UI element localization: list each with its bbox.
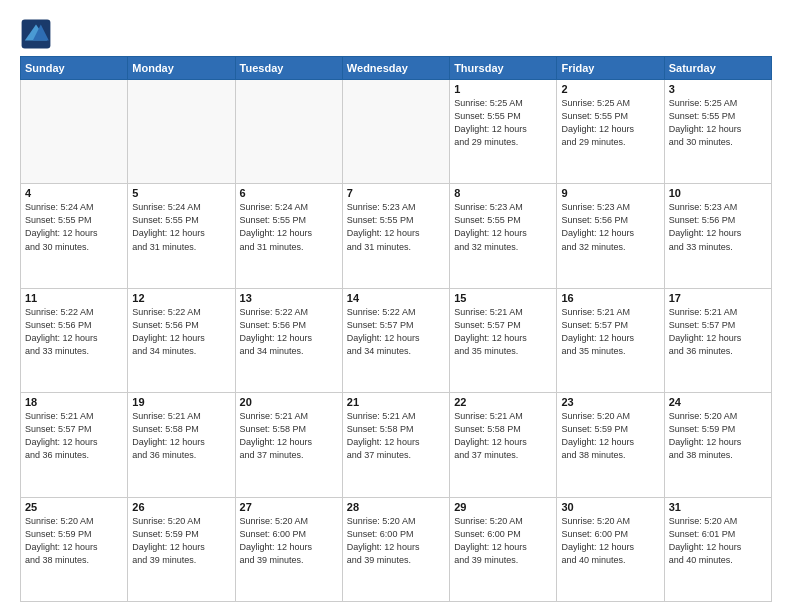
- day-number: 19: [132, 396, 230, 408]
- week-row-2: 4Sunrise: 5:24 AM Sunset: 5:55 PM Daylig…: [21, 184, 772, 288]
- calendar-cell: 7Sunrise: 5:23 AM Sunset: 5:55 PM Daylig…: [342, 184, 449, 288]
- calendar-cell: 18Sunrise: 5:21 AM Sunset: 5:57 PM Dayli…: [21, 393, 128, 497]
- calendar-cell: 5Sunrise: 5:24 AM Sunset: 5:55 PM Daylig…: [128, 184, 235, 288]
- day-info: Sunrise: 5:21 AM Sunset: 5:57 PM Dayligh…: [669, 306, 767, 358]
- logo-icon: [20, 18, 52, 50]
- day-info: Sunrise: 5:25 AM Sunset: 5:55 PM Dayligh…: [669, 97, 767, 149]
- day-number: 5: [132, 187, 230, 199]
- day-number: 25: [25, 501, 123, 513]
- calendar-cell: 19Sunrise: 5:21 AM Sunset: 5:58 PM Dayli…: [128, 393, 235, 497]
- day-number: 27: [240, 501, 338, 513]
- day-info: Sunrise: 5:23 AM Sunset: 5:55 PM Dayligh…: [454, 201, 552, 253]
- day-info: Sunrise: 5:20 AM Sunset: 6:00 PM Dayligh…: [454, 515, 552, 567]
- week-row-3: 11Sunrise: 5:22 AM Sunset: 5:56 PM Dayli…: [21, 288, 772, 392]
- day-number: 29: [454, 501, 552, 513]
- day-number: 17: [669, 292, 767, 304]
- day-info: Sunrise: 5:22 AM Sunset: 5:56 PM Dayligh…: [25, 306, 123, 358]
- calendar-cell: 16Sunrise: 5:21 AM Sunset: 5:57 PM Dayli…: [557, 288, 664, 392]
- day-number: 30: [561, 501, 659, 513]
- day-number: 9: [561, 187, 659, 199]
- day-info: Sunrise: 5:20 AM Sunset: 6:01 PM Dayligh…: [669, 515, 767, 567]
- week-row-4: 18Sunrise: 5:21 AM Sunset: 5:57 PM Dayli…: [21, 393, 772, 497]
- day-number: 4: [25, 187, 123, 199]
- calendar-cell: 4Sunrise: 5:24 AM Sunset: 5:55 PM Daylig…: [21, 184, 128, 288]
- day-number: 11: [25, 292, 123, 304]
- day-number: 2: [561, 83, 659, 95]
- page-header: [20, 18, 772, 50]
- day-number: 21: [347, 396, 445, 408]
- weekday-saturday: Saturday: [664, 57, 771, 80]
- day-number: 3: [669, 83, 767, 95]
- calendar-cell: 3Sunrise: 5:25 AM Sunset: 5:55 PM Daylig…: [664, 80, 771, 184]
- day-number: 8: [454, 187, 552, 199]
- day-number: 6: [240, 187, 338, 199]
- day-number: 12: [132, 292, 230, 304]
- day-info: Sunrise: 5:20 AM Sunset: 5:59 PM Dayligh…: [132, 515, 230, 567]
- weekday-tuesday: Tuesday: [235, 57, 342, 80]
- calendar-cell: 6Sunrise: 5:24 AM Sunset: 5:55 PM Daylig…: [235, 184, 342, 288]
- day-info: Sunrise: 5:21 AM Sunset: 5:57 PM Dayligh…: [25, 410, 123, 462]
- calendar-cell: 22Sunrise: 5:21 AM Sunset: 5:58 PM Dayli…: [450, 393, 557, 497]
- day-number: 10: [669, 187, 767, 199]
- calendar-cell: [21, 80, 128, 184]
- weekday-header-row: SundayMondayTuesdayWednesdayThursdayFrid…: [21, 57, 772, 80]
- day-number: 14: [347, 292, 445, 304]
- day-info: Sunrise: 5:24 AM Sunset: 5:55 PM Dayligh…: [25, 201, 123, 253]
- day-number: 18: [25, 396, 123, 408]
- day-info: Sunrise: 5:20 AM Sunset: 6:00 PM Dayligh…: [347, 515, 445, 567]
- day-number: 13: [240, 292, 338, 304]
- day-info: Sunrise: 5:25 AM Sunset: 5:55 PM Dayligh…: [454, 97, 552, 149]
- day-info: Sunrise: 5:23 AM Sunset: 5:56 PM Dayligh…: [561, 201, 659, 253]
- calendar-cell: 25Sunrise: 5:20 AM Sunset: 5:59 PM Dayli…: [21, 497, 128, 601]
- calendar-cell: 2Sunrise: 5:25 AM Sunset: 5:55 PM Daylig…: [557, 80, 664, 184]
- calendar-table: SundayMondayTuesdayWednesdayThursdayFrid…: [20, 56, 772, 602]
- day-info: Sunrise: 5:21 AM Sunset: 5:57 PM Dayligh…: [561, 306, 659, 358]
- day-info: Sunrise: 5:21 AM Sunset: 5:58 PM Dayligh…: [454, 410, 552, 462]
- week-row-1: 1Sunrise: 5:25 AM Sunset: 5:55 PM Daylig…: [21, 80, 772, 184]
- calendar-cell: 30Sunrise: 5:20 AM Sunset: 6:00 PM Dayli…: [557, 497, 664, 601]
- calendar-cell: 14Sunrise: 5:22 AM Sunset: 5:57 PM Dayli…: [342, 288, 449, 392]
- day-number: 23: [561, 396, 659, 408]
- calendar-cell: 21Sunrise: 5:21 AM Sunset: 5:58 PM Dayli…: [342, 393, 449, 497]
- calendar-cell: 27Sunrise: 5:20 AM Sunset: 6:00 PM Dayli…: [235, 497, 342, 601]
- day-number: 7: [347, 187, 445, 199]
- day-info: Sunrise: 5:24 AM Sunset: 5:55 PM Dayligh…: [240, 201, 338, 253]
- calendar-cell: 31Sunrise: 5:20 AM Sunset: 6:01 PM Dayli…: [664, 497, 771, 601]
- day-number: 24: [669, 396, 767, 408]
- weekday-wednesday: Wednesday: [342, 57, 449, 80]
- calendar-cell: 9Sunrise: 5:23 AM Sunset: 5:56 PM Daylig…: [557, 184, 664, 288]
- weekday-monday: Monday: [128, 57, 235, 80]
- calendar-cell: 24Sunrise: 5:20 AM Sunset: 5:59 PM Dayli…: [664, 393, 771, 497]
- weekday-sunday: Sunday: [21, 57, 128, 80]
- calendar-cell: [342, 80, 449, 184]
- day-info: Sunrise: 5:23 AM Sunset: 5:56 PM Dayligh…: [669, 201, 767, 253]
- logo: [20, 18, 58, 50]
- day-number: 1: [454, 83, 552, 95]
- calendar-cell: 8Sunrise: 5:23 AM Sunset: 5:55 PM Daylig…: [450, 184, 557, 288]
- day-info: Sunrise: 5:21 AM Sunset: 5:58 PM Dayligh…: [132, 410, 230, 462]
- day-number: 31: [669, 501, 767, 513]
- day-number: 16: [561, 292, 659, 304]
- calendar-cell: 10Sunrise: 5:23 AM Sunset: 5:56 PM Dayli…: [664, 184, 771, 288]
- day-info: Sunrise: 5:20 AM Sunset: 5:59 PM Dayligh…: [669, 410, 767, 462]
- day-number: 20: [240, 396, 338, 408]
- calendar-cell: 28Sunrise: 5:20 AM Sunset: 6:00 PM Dayli…: [342, 497, 449, 601]
- day-info: Sunrise: 5:20 AM Sunset: 5:59 PM Dayligh…: [561, 410, 659, 462]
- calendar-cell: 1Sunrise: 5:25 AM Sunset: 5:55 PM Daylig…: [450, 80, 557, 184]
- day-info: Sunrise: 5:21 AM Sunset: 5:57 PM Dayligh…: [454, 306, 552, 358]
- calendar-cell: [128, 80, 235, 184]
- day-info: Sunrise: 5:20 AM Sunset: 6:00 PM Dayligh…: [561, 515, 659, 567]
- week-row-5: 25Sunrise: 5:20 AM Sunset: 5:59 PM Dayli…: [21, 497, 772, 601]
- day-info: Sunrise: 5:23 AM Sunset: 5:55 PM Dayligh…: [347, 201, 445, 253]
- calendar-cell: 17Sunrise: 5:21 AM Sunset: 5:57 PM Dayli…: [664, 288, 771, 392]
- calendar-cell: [235, 80, 342, 184]
- calendar-cell: 26Sunrise: 5:20 AM Sunset: 5:59 PM Dayli…: [128, 497, 235, 601]
- day-number: 15: [454, 292, 552, 304]
- day-number: 22: [454, 396, 552, 408]
- day-info: Sunrise: 5:20 AM Sunset: 5:59 PM Dayligh…: [25, 515, 123, 567]
- weekday-friday: Friday: [557, 57, 664, 80]
- day-info: Sunrise: 5:22 AM Sunset: 5:57 PM Dayligh…: [347, 306, 445, 358]
- calendar-cell: 11Sunrise: 5:22 AM Sunset: 5:56 PM Dayli…: [21, 288, 128, 392]
- calendar-cell: 23Sunrise: 5:20 AM Sunset: 5:59 PM Dayli…: [557, 393, 664, 497]
- day-info: Sunrise: 5:22 AM Sunset: 5:56 PM Dayligh…: [132, 306, 230, 358]
